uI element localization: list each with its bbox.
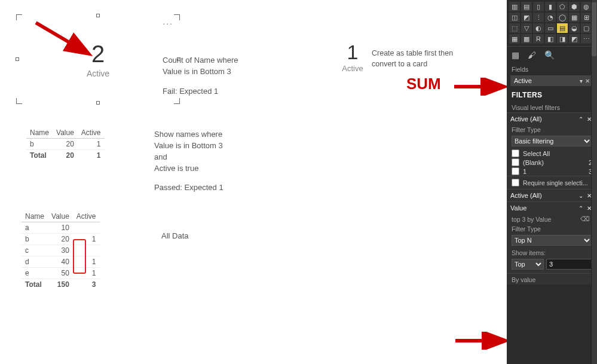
format-tab-icon[interactable]: 🖌 xyxy=(528,50,536,60)
field-remove-button[interactable]: ✕ xyxy=(584,78,591,84)
filter-type-select[interactable]: Basic filtering xyxy=(512,136,592,146)
filter-block-active: Active (All) ⌃ ✕ Filter Type Basic filte… xyxy=(507,112,597,189)
stacked-area-icon[interactable]: ◍ xyxy=(581,2,592,11)
filter-option[interactable]: 13 xyxy=(507,167,597,176)
resize-handle-tr[interactable] xyxy=(174,14,180,20)
key-influencers-icon[interactable]: ◩ xyxy=(569,34,580,44)
matrix-icon[interactable]: ▩ xyxy=(521,34,532,44)
col-header-name[interactable]: Name xyxy=(22,211,48,222)
r-visual-icon[interactable]: R xyxy=(533,34,544,44)
require-single-selection[interactable]: Require single selecti... xyxy=(507,176,597,189)
resize-handle-tl[interactable] xyxy=(16,14,22,20)
analytics-tab-icon[interactable]: 🔍 xyxy=(544,50,555,60)
visual-options-menu[interactable]: ··· xyxy=(163,19,173,28)
table-row: a10 xyxy=(22,222,100,234)
filter-option-label: 1 xyxy=(523,168,526,175)
table-total-row: Total1503 xyxy=(22,279,100,290)
filter-option[interactable]: Select All xyxy=(507,149,597,158)
filter-option-checkbox[interactable] xyxy=(512,167,519,175)
textbox-instruction[interactable]: Create as table first then convert to a … xyxy=(372,48,479,69)
card-visual-selected[interactable]: ··· 2 Active xyxy=(18,16,178,102)
treemap-icon[interactable]: ▦ xyxy=(569,13,580,22)
visualization-type-grid: ▥▤▯▮⬠⬢◍◫◩⋮◔◯▦⊞⬚▽◐▭▤◒▢▦▩R◧◨◩⋯ xyxy=(507,0,597,46)
resize-handle-br[interactable] xyxy=(174,98,180,104)
expand-icon[interactable]: ⌄ xyxy=(577,192,585,199)
table-visual-filtered[interactable]: Name Value Active b 20 1 Total 20 1 xyxy=(26,127,105,161)
resize-handle-top[interactable] xyxy=(96,14,100,17)
arcgis-icon[interactable]: ◨ xyxy=(557,34,568,44)
col-header-name[interactable]: Name xyxy=(26,127,53,139)
resize-handle-left[interactable] xyxy=(16,57,19,61)
show-items-direction-select[interactable]: Top xyxy=(512,259,544,270)
filter-block-active-collapsed: Active (All) ⌄ ✕ xyxy=(507,189,597,201)
field-well-active[interactable]: Active ▾ ✕ xyxy=(510,75,593,86)
gauge-icon[interactable]: ◐ xyxy=(533,23,544,33)
filters-title: FILTERS xyxy=(507,87,597,102)
filter-option-label: Select All xyxy=(523,150,550,157)
filter-header-active[interactable]: Active (All) ⌃ ✕ xyxy=(507,113,597,125)
py-visual-icon[interactable]: ◧ xyxy=(545,34,556,44)
stacked-column-icon[interactable]: ▯ xyxy=(533,2,544,11)
line-chart-icon[interactable]: ⬠ xyxy=(557,2,568,11)
annotation-sum: SUM xyxy=(406,75,441,93)
report-canvas[interactable]: ··· 2 Active 1 Active Count of Name wher… xyxy=(0,0,507,364)
col-header-value[interactable]: Value xyxy=(53,127,78,139)
col-header-value[interactable]: Value xyxy=(48,211,73,222)
resize-handle-bottom[interactable] xyxy=(96,101,100,105)
filter-header-value[interactable]: Value ⌃ ✕ xyxy=(507,202,597,214)
filter-option-label: (Blank) xyxy=(523,159,544,166)
collapse-icon[interactable]: ⌃ xyxy=(577,205,585,212)
table-visual-all[interactable]: Name Value Active a10b201c30d401e501Tota… xyxy=(22,211,100,290)
card-icon[interactable]: ▭ xyxy=(545,23,556,33)
field-well-label: Active xyxy=(514,77,532,84)
clear-filter-icon[interactable]: ⌫ xyxy=(578,215,592,223)
kpi-icon[interactable]: ◒ xyxy=(569,23,580,33)
field-menu-caret[interactable]: ▾ xyxy=(578,78,584,84)
filter-option[interactable]: (Blank)2 xyxy=(507,158,597,167)
filter-title: Active (All) xyxy=(510,192,542,199)
filter-type-select-topn[interactable]: Top N xyxy=(512,235,592,246)
more-visuals-icon[interactable]: ⋯ xyxy=(581,34,592,44)
donut-chart-icon[interactable]: ◯ xyxy=(557,13,568,22)
show-items-count-input[interactable] xyxy=(546,259,597,270)
funnel-icon[interactable]: ▽ xyxy=(521,23,532,33)
filter-option-checkbox[interactable] xyxy=(512,158,519,166)
table-row: c30 xyxy=(22,245,100,256)
card-label: Active xyxy=(87,69,109,78)
col-header-active[interactable]: Active xyxy=(73,211,100,222)
area-chart-icon[interactable]: ⬢ xyxy=(569,2,580,11)
filter-block-value: Value ⌃ ✕ top 3 by Value ⌫ Filter Type T… xyxy=(507,201,597,285)
table-row: d401 xyxy=(22,256,100,268)
filter-type-label: Filter Type xyxy=(507,224,597,234)
filter-option-checkbox[interactable] xyxy=(512,149,519,157)
textbox-all-data[interactable]: All Data xyxy=(161,231,189,242)
scatter-icon[interactable]: ⋮ xyxy=(533,13,544,22)
fields-tab-icon[interactable]: ▦ xyxy=(512,50,519,60)
filled-map-icon[interactable]: ⬚ xyxy=(509,23,520,33)
clustered-bar-icon[interactable]: ▤ xyxy=(521,2,532,11)
pie-chart-icon[interactable]: ◔ xyxy=(545,13,556,22)
visualizations-pane: ▥▤▯▮⬠⬢◍◫◩⋮◔◯▦⊞⬚▽◐▭▤◒▢▦▩R◧◨◩⋯ ▦ 🖌 🔍 Field… xyxy=(507,0,597,364)
map-icon[interactable]: ⊞ xyxy=(581,13,592,22)
ribbon-chart-icon[interactable]: ◫ xyxy=(509,13,520,22)
pane-scrollbar-track[interactable] xyxy=(591,0,597,364)
filter-header-active-2[interactable]: Active (All) ⌄ ✕ xyxy=(507,189,597,201)
textbox-line: Count of Name where xyxy=(163,55,282,66)
textbox-2[interactable]: Show names where Value is in Bottom 3 an… xyxy=(154,129,274,194)
clustered-column-icon[interactable]: ▮ xyxy=(545,2,556,11)
textbox-line: Show names where xyxy=(154,129,274,140)
table-icon[interactable]: ▦ xyxy=(509,34,520,44)
require-single-checkbox[interactable] xyxy=(512,179,519,186)
filter-type-label: Filter Type xyxy=(507,125,597,134)
waterfall-icon[interactable]: ◩ xyxy=(521,13,532,22)
textbox-1[interactable]: Count of Name where Value is in Bottom 3… xyxy=(163,55,282,97)
col-header-active[interactable]: Active xyxy=(78,127,105,139)
resize-handle-bl[interactable] xyxy=(16,98,22,104)
pane-scrollbar-thumb[interactable] xyxy=(592,2,596,56)
multi-row-card-icon[interactable]: ▤ xyxy=(557,23,568,33)
table-row: b201 xyxy=(22,234,100,245)
collapse-icon[interactable]: ⌃ xyxy=(577,116,585,123)
textbox-line: Value is in Bottom 3 xyxy=(154,140,274,152)
slicer-icon[interactable]: ▢ xyxy=(581,23,592,33)
stacked-bar-icon[interactable]: ▥ xyxy=(509,2,520,11)
